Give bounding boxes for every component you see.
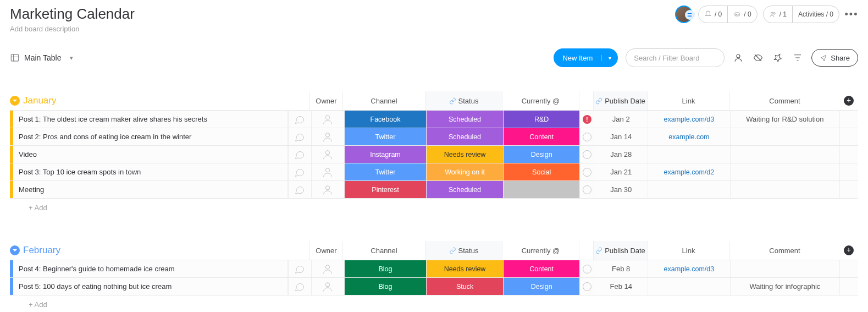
- search-input[interactable]: Search / Filter Board: [626, 48, 725, 67]
- currently-cell[interactable]: Design: [503, 146, 580, 163]
- column-header[interactable]: Channel: [342, 241, 425, 260]
- status-cell[interactable]: Needs review: [426, 146, 503, 163]
- status-cell[interactable]: Stuck: [426, 278, 503, 295]
- group-collapse-toggle[interactable]: [10, 96, 20, 106]
- chat-button[interactable]: [288, 181, 311, 198]
- chat-button[interactable]: [288, 128, 311, 145]
- date-cell[interactable]: Jan 21: [594, 163, 648, 180]
- table-row[interactable]: Meeting Pinterest Scheduled Jan 30: [10, 180, 858, 198]
- owner-cell[interactable]: [311, 278, 344, 295]
- item-name-cell[interactable]: Post 2: Pros and cons of eating ice crea…: [13, 128, 288, 145]
- board-description[interactable]: Add board description: [10, 25, 135, 33]
- more-menu-button[interactable]: •••: [845, 9, 858, 20]
- deadline-flag[interactable]: [579, 260, 594, 277]
- channel-cell[interactable]: Instagram: [344, 146, 427, 163]
- new-item-button[interactable]: New Item ▾: [554, 48, 618, 67]
- table-row[interactable]: Post 2: Pros and cons of eating ice crea…: [10, 128, 858, 145]
- column-header[interactable]: Owner: [309, 91, 342, 110]
- chat-button[interactable]: [288, 146, 311, 163]
- deadline-flag[interactable]: [579, 278, 594, 295]
- item-name-cell[interactable]: Post 4: Beginner's guide to homemade ice…: [13, 260, 288, 277]
- item-name-cell[interactable]: Post 1: The oldest ice cream maker alive…: [13, 111, 288, 128]
- comment-cell[interactable]: [730, 163, 839, 180]
- column-header[interactable]: [579, 241, 593, 260]
- group-name[interactable]: February: [23, 245, 60, 256]
- owner-cell[interactable]: [311, 111, 344, 128]
- table-row[interactable]: Post 1: The oldest ice cream maker alive…: [10, 110, 858, 128]
- item-name-cell[interactable]: Meeting: [13, 181, 288, 198]
- date-cell[interactable]: Jan 2: [594, 111, 648, 128]
- status-cell[interactable]: Scheduled: [426, 181, 503, 198]
- date-cell[interactable]: Jan 14: [594, 128, 648, 145]
- column-header[interactable]: Owner: [309, 241, 342, 260]
- currently-cell[interactable]: Social: [503, 163, 580, 180]
- group-collapse-toggle[interactable]: [10, 245, 20, 255]
- table-row[interactable]: Post 3: Top 10 ice cream spots in town T…: [10, 163, 858, 180]
- currently-cell[interactable]: Design: [503, 278, 580, 295]
- link-cell[interactable]: [648, 181, 730, 198]
- status-cell[interactable]: Needs review: [426, 260, 503, 277]
- table-row[interactable]: Post 4: Beginner's guide to homemade ice…: [10, 260, 858, 277]
- item-name-cell[interactable]: Post 5: 100 days of eating nothing but i…: [13, 278, 288, 295]
- person-filter-button[interactable]: [732, 52, 744, 64]
- comment-cell[interactable]: [730, 128, 839, 145]
- share-button[interactable]: Share: [811, 49, 858, 67]
- currently-cell[interactable]: [503, 181, 580, 198]
- item-name-cell[interactable]: Post 3: Top 10 ice cream spots in town: [13, 163, 288, 180]
- channel-cell[interactable]: Pinterest: [344, 181, 427, 198]
- column-header[interactable]: Currently @: [502, 241, 579, 260]
- link-cell[interactable]: example.com/d3: [648, 260, 730, 277]
- comment-cell[interactable]: [730, 146, 839, 163]
- deadline-flag[interactable]: [579, 146, 594, 163]
- avatar[interactable]: ☰: [675, 6, 693, 23]
- people-counter[interactable]: / 1: [763, 6, 793, 23]
- link-cell[interactable]: [648, 278, 730, 295]
- channel-cell[interactable]: Blog: [344, 260, 427, 277]
- currently-cell[interactable]: Content: [503, 128, 580, 145]
- owner-cell[interactable]: [311, 163, 344, 180]
- comment-cell[interactable]: [730, 260, 839, 277]
- currently-cell[interactable]: R&D: [503, 111, 580, 128]
- add-column-button[interactable]: +: [839, 241, 858, 260]
- date-cell[interactable]: Jan 30: [594, 181, 648, 198]
- filter-button[interactable]: [792, 52, 804, 64]
- add-item-row[interactable]: + Add: [10, 295, 858, 312]
- comment-cell[interactable]: Waiting for R&D solution: [730, 111, 839, 128]
- link-cell[interactable]: example.com: [648, 128, 730, 145]
- column-header[interactable]: Comment: [729, 91, 839, 110]
- column-header[interactable]: Status: [425, 241, 502, 260]
- status-cell[interactable]: Scheduled: [426, 128, 503, 145]
- chat-button[interactable]: [288, 260, 311, 277]
- channel-cell[interactable]: Twitter: [344, 128, 427, 145]
- owner-cell[interactable]: [311, 260, 344, 277]
- item-name-cell[interactable]: Video: [13, 146, 288, 163]
- view-switcher[interactable]: Main Table ▾: [10, 53, 73, 63]
- deadline-flag[interactable]: [579, 181, 594, 198]
- currently-cell[interactable]: Content: [503, 260, 580, 277]
- column-header[interactable]: Link: [647, 91, 729, 110]
- column-header[interactable]: Publish Date: [593, 91, 647, 110]
- owner-cell[interactable]: [311, 128, 344, 145]
- deadline-flag[interactable]: !: [579, 111, 594, 128]
- add-item-row[interactable]: + Add: [10, 198, 858, 217]
- new-item-dropdown[interactable]: ▾: [601, 55, 618, 61]
- column-header[interactable]: Channel: [342, 91, 425, 110]
- views-counter[interactable]: / 0: [698, 6, 728, 23]
- link-cell[interactable]: example.com/d3: [648, 111, 730, 128]
- status-cell[interactable]: Working on it: [426, 163, 503, 180]
- column-header[interactable]: Publish Date: [593, 241, 647, 260]
- chat-button[interactable]: [288, 163, 311, 180]
- table-row[interactable]: Post 5: 100 days of eating nothing but i…: [10, 277, 858, 295]
- chat-button[interactable]: [288, 111, 311, 128]
- comment-cell[interactable]: [730, 181, 839, 198]
- hide-button[interactable]: [752, 52, 764, 64]
- column-header[interactable]: Status: [425, 91, 502, 110]
- column-header[interactable]: Link: [647, 241, 729, 260]
- date-cell[interactable]: Feb 14: [594, 278, 648, 295]
- comment-cell[interactable]: Waiting for infographic: [730, 278, 839, 295]
- link-cell[interactable]: example.com/d2: [648, 163, 730, 180]
- deadline-flag[interactable]: [579, 128, 594, 145]
- chat-button[interactable]: [288, 278, 311, 295]
- column-header[interactable]: [579, 91, 593, 110]
- channel-cell[interactable]: Twitter: [344, 163, 427, 180]
